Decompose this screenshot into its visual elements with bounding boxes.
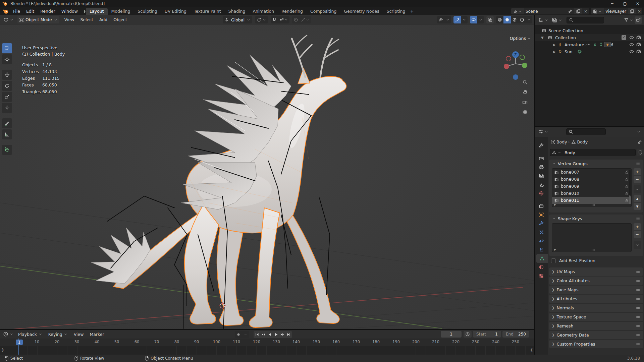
workspace-tab[interactable]: Sculpting [134,8,161,15]
tab-tool[interactable] [535,141,548,150]
menu-item[interactable]: Add [96,16,110,23]
hide-eye-icon[interactable] [629,35,634,40]
pan-button[interactable] [521,88,529,96]
annotate-tool[interactable] [2,118,12,128]
unlock-icon[interactable] [625,184,629,189]
channel-expand-icon[interactable]: ❯ [1,348,4,352]
menu-item[interactable]: Edit [23,7,37,15]
tab-texture[interactable] [535,272,548,280]
workspace-tab[interactable]: Modeling [108,8,134,15]
tab-view-layer[interactable] [535,172,548,180]
measure-tool[interactable] [2,129,12,139]
menu-item[interactable]: Select [77,16,96,23]
select-box-tool[interactable] [2,43,12,53]
panel-grip-icon[interactable] [635,305,641,311]
vertex-group-specials-button[interactable] [634,185,641,193]
auto-keying-dropdown[interactable] [242,331,249,338]
properties-options-chevron-icon[interactable] [637,130,641,134]
tab-output[interactable] [535,163,548,172]
menu-keying[interactable]: Keying [45,330,71,338]
workspace-tab[interactable]: Geometry Nodes [340,8,383,15]
add-workspace-button[interactable]: + [408,8,416,15]
timeline-editor-type-button[interactable] [1,330,15,338]
zoom-button[interactable] [521,78,529,86]
vertex-group-row[interactable]: bone008 [552,176,631,183]
tab-particles[interactable] [535,228,548,237]
vertex-group-row[interactable]: bone009 [552,183,631,190]
cursor-tool[interactable] [2,54,12,64]
jump-to-start-button[interactable] [254,331,260,338]
show-overlays-toggle[interactable] [470,16,477,23]
scene-browse-button[interactable] [511,8,524,14]
move-group-down-button[interactable]: ▼ [634,203,641,210]
start-frame-field[interactable]: Start1 [473,331,501,338]
camera-view-button[interactable] [521,99,529,106]
current-frame-field[interactable]: 1 [441,331,462,338]
collapsed-panel-header[interactable]: ❯ Custom Properties [549,340,643,348]
blender-menu-icon[interactable] [3,8,9,14]
tab-physics[interactable] [535,237,548,245]
timeline-ruler[interactable]: 1020304050607080901001101201301401501601… [0,339,534,346]
outliner-display-mode-button[interactable] [550,16,564,24]
hide-eye-icon[interactable] [629,49,634,54]
add-vertex-group-button[interactable]: + [634,168,641,175]
scale-tool[interactable] [2,92,12,102]
scene-pin-button[interactable] [566,8,574,14]
tab-object-data[interactable] [536,254,548,263]
outliner-search-input[interactable] [567,17,604,23]
pin-icon[interactable] [637,140,642,144]
unlock-icon[interactable] [625,170,629,175]
shading-material-button[interactable] [511,16,518,23]
shading-rendered-button[interactable] [518,16,526,23]
next-keyframe-button[interactable] [279,331,285,338]
proportional-editing-toggle[interactable] [292,16,300,23]
pivot-point-dropdown[interactable] [255,16,268,23]
scene-name[interactable]: Scene [524,8,566,14]
add-cube-tool[interactable] [2,145,12,155]
datablock-name-field[interactable]: Body [550,149,636,156]
collapsed-panel-header[interactable]: ❯ Texture Space [549,313,643,321]
list-scrollbar[interactable] [629,170,631,204]
use-preview-range-button[interactable] [464,331,472,338]
collapsed-panel-header[interactable]: ❯ Face Maps [549,286,643,294]
tab-modifiers[interactable] [535,219,548,228]
panel-grip-icon[interactable] [635,216,641,221]
panel-grip-icon[interactable] [635,342,641,347]
tab-object[interactable] [535,210,548,219]
panel-grip-icon[interactable] [635,269,641,275]
panel-grip-icon[interactable] [635,323,641,329]
workspace-tab[interactable]: Scripting [383,8,409,15]
menu-playback[interactable]: Playback [15,330,45,338]
shading-solid-button[interactable] [503,16,511,23]
outliner-row-scene-collection[interactable]: Scene Collection [535,27,644,34]
workspace-tab[interactable]: Rendering [278,8,307,15]
panel-grip-icon[interactable] [635,333,641,338]
fake-user-button[interactable] [637,149,644,156]
viewport-3d[interactable]: Object Mode ViewSelectAddObject Global [0,15,534,329]
collapsed-panel-header[interactable]: ❯ Normals [549,304,643,312]
previous-keyframe-button[interactable] [260,331,266,338]
minimize-button[interactable]: ─ [606,0,619,7]
xray-toggle[interactable] [486,16,494,23]
new-collection-button[interactable] [635,16,642,24]
mode-selector[interactable]: Object Mode [17,16,59,23]
add-shape-key-button[interactable]: + [634,223,641,230]
breadcrumb-object[interactable]: Body [556,139,567,144]
shading-dropdown[interactable] [526,16,532,23]
unlink-scene-button[interactable]: × [582,8,589,14]
outliner-row-collection[interactable]: ▼ Collection ✓ [535,34,644,41]
remove-shape-key-button[interactable]: − [634,231,641,238]
add-rest-position-checkbox[interactable] [551,258,556,263]
viewlayer-name[interactable]: ViewLayer [604,8,628,14]
transform-orientation-dropdown[interactable]: Global [223,16,252,23]
collapsed-panel-header[interactable]: ❯ UV Maps [549,267,643,276]
breadcrumb-data[interactable]: Body [577,139,588,144]
auto-keying-toggle[interactable] [235,331,242,338]
remove-vertex-group-button[interactable]: − [634,176,641,183]
menu-item[interactable]: Window [58,7,81,15]
play-reverse-button[interactable] [266,331,273,338]
object-visibility-button[interactable] [437,16,444,23]
properties-editor-type-button[interactable] [536,128,550,135]
shading-wireframe-button[interactable] [496,16,503,23]
vertex-group-row[interactable]: bone010 [552,190,631,197]
